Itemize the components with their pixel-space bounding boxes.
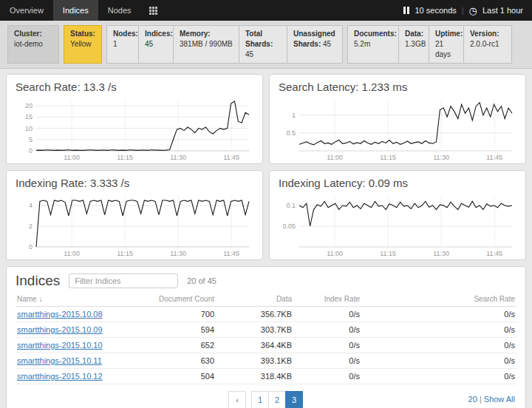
pagination-page-button[interactable]: 2 xyxy=(268,391,286,408)
indexing-latency-panel: Indexing Latency: 0.09 ms 11:0011:1511:3… xyxy=(269,170,526,260)
table-row: smartthings-2015.10.11 630 393.1KB 0/s 0… xyxy=(16,353,516,369)
cluster-stat: Unassigned Shards: 45 xyxy=(287,25,343,64)
document-count-cell: 504 xyxy=(103,372,214,381)
index-rate-cell: 0/s xyxy=(292,310,360,319)
cluster-stat: Uptime: 21 days xyxy=(429,25,464,64)
cluster-stat: Documents: 5.2m xyxy=(347,25,399,64)
nav-controls: 10 seconds | ◷ Last 1 hour xyxy=(403,0,532,21)
show-all-link[interactable]: Show All xyxy=(484,395,515,404)
index-name-cell: smartthings-2015.10.12 xyxy=(17,372,103,381)
nav-tab-label: Overview xyxy=(10,6,44,15)
search-latency-title: Search Latency: 1.233 ms xyxy=(279,81,518,93)
index-rate-cell: 0/s xyxy=(292,325,360,334)
stat-label: Version: xyxy=(470,30,499,38)
stat-label: Data: xyxy=(405,30,423,38)
apps-menu-button[interactable] xyxy=(141,0,166,21)
col-header-search-rate[interactable]: Search Rate xyxy=(360,295,515,303)
table-row: smartthings-2015.10.08 700 356.7KB 0/s 0… xyxy=(16,307,516,322)
stat-label: Memory: xyxy=(180,30,211,38)
cluster-stat: Data: 1.3GB xyxy=(398,25,429,64)
stat-value: 45 xyxy=(145,40,153,48)
index-link[interactable]: smartthings-2015.10.12 xyxy=(17,372,103,381)
svg-text:20: 20 xyxy=(25,102,33,109)
pagination-area: ‹ 1 2 3 20 | Show All xyxy=(16,391,516,408)
table-header-row: Name ↓ Document Count Data Index Rate Se… xyxy=(16,289,516,307)
indices-table-body: smartthings-2015.10.08 700 356.7KB 0/s 0… xyxy=(16,307,516,384)
pagination-pages: 1 2 3 xyxy=(252,391,303,408)
filter-indices-input[interactable] xyxy=(69,273,178,288)
stat-value: 1 xyxy=(113,40,117,48)
data-size-cell: 303.7KB xyxy=(214,325,292,334)
search-rate-cell: 0/s xyxy=(360,325,515,334)
svg-text:11:45: 11:45 xyxy=(223,250,239,257)
index-name-cell: smartthings-2015.10.10 xyxy=(17,341,103,350)
index-link[interactable]: smartthings-2015.10.08 xyxy=(17,310,103,319)
search-latency-panel: Search Latency: 1.233 ms 11:0011:1511:30… xyxy=(269,74,526,164)
col-header-name[interactable]: Name ↓ xyxy=(17,295,103,303)
status-badge: Status: Yellow xyxy=(64,25,102,64)
search-rate-chart: 11:0011:1511:3011:4520151050 xyxy=(14,95,255,162)
svg-text:1: 1 xyxy=(292,112,296,119)
svg-text:11:15: 11:15 xyxy=(117,154,133,161)
index-link[interactable]: smartthings-2015.10.11 xyxy=(17,356,102,365)
cluster-status-bar: Cluster: iot-demo Status: Yellow Nodes: … xyxy=(0,21,532,69)
svg-text:4: 4 xyxy=(29,202,33,209)
col-header-data[interactable]: Data xyxy=(214,295,292,303)
cluster-value: iot-demo xyxy=(14,40,43,48)
stat-label: Documents: xyxy=(354,30,397,38)
indices-panel: Indices 20 of 45 Name ↓ Document Count D… xyxy=(6,266,526,408)
stat-label: Indices: xyxy=(145,30,173,38)
svg-text:11:00: 11:00 xyxy=(64,154,80,161)
svg-text:11:30: 11:30 xyxy=(170,250,186,257)
indices-title: Indices xyxy=(16,273,60,289)
svg-text:11:30: 11:30 xyxy=(433,250,449,257)
svg-text:2: 2 xyxy=(29,222,33,230)
cluster-stat: Memory: 381MB / 990MB xyxy=(173,25,239,64)
document-count-cell: 652 xyxy=(103,341,214,350)
svg-text:0.5: 0.5 xyxy=(286,129,296,137)
pagination-prev-button[interactable]: ‹ xyxy=(228,391,246,408)
pagination-page-button[interactable]: 1 xyxy=(251,391,269,408)
indexing-rate-chart: 11:0011:1511:3011:45420 xyxy=(14,191,255,258)
pause-icon[interactable] xyxy=(403,7,409,14)
indices-header: Indices 20 of 45 xyxy=(16,273,516,289)
nav-tab[interactable]: Nodes xyxy=(98,0,141,21)
data-size-cell: 393.1KB xyxy=(214,356,292,365)
index-link[interactable]: smartthings-2015.10.09 xyxy=(17,325,103,334)
time-range[interactable]: Last 1 hour xyxy=(482,6,523,15)
col-header-index-rate[interactable]: Index Rate xyxy=(292,295,360,303)
stat-value: 5.2m xyxy=(354,40,370,48)
refresh-interval[interactable]: 10 seconds xyxy=(415,6,456,15)
charts-grid: Search Rate: 13.3 /s 11:0011:1511:3011:4… xyxy=(0,69,532,260)
indexing-rate-title: Indexing Rate: 3.333 /s xyxy=(16,177,255,189)
svg-text:11:45: 11:45 xyxy=(223,154,239,161)
search-rate-cell: 0/s xyxy=(360,310,515,319)
col-header-document-count[interactable]: Document Count xyxy=(103,295,214,303)
nav-tab[interactable]: Indices xyxy=(53,0,98,21)
svg-text:5: 5 xyxy=(29,136,33,143)
indices-count: 20 of 45 xyxy=(187,276,216,285)
search-rate-title: Search Rate: 13.3 /s xyxy=(16,81,255,93)
table-row: smartthings-2015.10.10 652 364.4KB 0/s 0… xyxy=(16,338,516,353)
stat-value: 2.0.0-rc1 xyxy=(470,40,499,48)
search-rate-cell: 0/s xyxy=(360,372,515,381)
document-count-cell: 594 xyxy=(103,325,214,334)
footer-divider: | xyxy=(480,395,482,404)
indexing-latency-title: Indexing Latency: 0.09 ms xyxy=(279,177,518,189)
indexing-rate-panel: Indexing Rate: 3.333 /s 11:0011:1511:301… xyxy=(6,170,263,260)
index-rate-cell: 0/s xyxy=(292,372,360,381)
document-count-cell: 700 xyxy=(103,310,214,319)
nav-tab[interactable]: Overview xyxy=(0,0,53,21)
svg-text:11:45: 11:45 xyxy=(486,154,502,161)
cluster-stats-group-1: Nodes: 1 Indices: 45 Memory: 381MB / 990… xyxy=(106,25,343,64)
grid-icon xyxy=(149,7,157,15)
pagination-page-button[interactable]: 3 xyxy=(285,391,303,408)
nav-tabs: Overview Indices Nodes xyxy=(0,0,141,21)
page-size-link[interactable]: 20 xyxy=(468,395,477,404)
stat-label: Uptime: xyxy=(435,30,463,38)
cluster-name-cell: Cluster: iot-demo xyxy=(7,25,59,64)
stat-value: 45 xyxy=(245,50,253,58)
index-link[interactable]: smartthings-2015.10.10 xyxy=(17,341,103,350)
index-rate-cell: 0/s xyxy=(292,356,360,365)
document-count-cell: 630 xyxy=(103,356,214,365)
